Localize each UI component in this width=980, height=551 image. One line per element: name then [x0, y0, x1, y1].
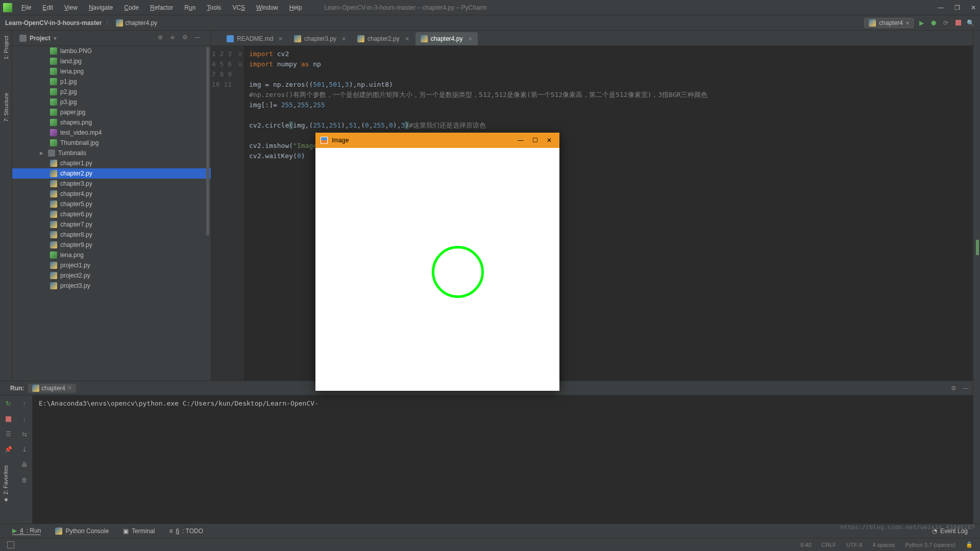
tree-item-p1.jpg[interactable]: p1.jpg — [12, 77, 211, 87]
fold-marker-icon[interactable]: ⊖ — [237, 49, 244, 59]
tree-item-paper.jpg[interactable]: paper.jpg — [12, 107, 211, 117]
tree-item-chapter6.py[interactable]: chapter6.py — [12, 209, 211, 219]
pin-button[interactable]: 📌 — [4, 445, 12, 454]
editor-tab-chapter4.py[interactable]: chapter4.py✕ — [415, 32, 478, 45]
search-everywhere-button[interactable]: 🔍 — [966, 18, 975, 28]
tree-item-chapter2.py[interactable]: chapter2.py — [12, 168, 211, 179]
layout-button[interactable]: ☰ — [4, 430, 12, 438]
menu-tools[interactable]: Tools — [205, 3, 223, 12]
breadcrumb-file[interactable]: chapter4.py — [116, 19, 157, 27]
settings-icon[interactable]: ⚙ — [182, 34, 191, 43]
menu-vcs[interactable]: VCS — [230, 3, 247, 12]
console-output[interactable]: E:\Anaconda3\envs\opencv\python.exe C:/U… — [33, 395, 980, 523]
window-restore-icon[interactable]: ❐ — [953, 4, 961, 11]
menu-help[interactable]: Help — [287, 3, 304, 12]
scroll-to-end-button[interactable]: ⤓ — [20, 445, 29, 454]
toolstrip-run[interactable]: ▶ 4: Run — [12, 527, 41, 535]
window-minimize-icon[interactable]: — — [516, 135, 526, 145]
tree-item-chapter7.py[interactable]: chapter7.py — [12, 219, 211, 230]
toolwindow-toggle-icon[interactable] — [7, 541, 14, 548]
editor-tab-chapter2.py[interactable]: chapter2.py✕ — [352, 32, 414, 45]
up-icon[interactable]: ↑ — [20, 399, 29, 408]
sidebar-tab-project[interactable]: 1: Project — [3, 36, 9, 59]
fold-marker-icon[interactable]: ⊖ — [237, 59, 244, 69]
tree-item-lena.png[interactable]: lena.png — [12, 66, 211, 77]
window-close-icon[interactable]: ✕ — [970, 4, 977, 11]
window-maximize-icon[interactable]: ☐ — [530, 135, 540, 145]
tree-item-p2.jpg[interactable]: p2.jpg — [12, 87, 211, 97]
editor-tab-README.md[interactable]: README.md✕ — [222, 32, 288, 45]
collapse-all-button[interactable]: ≑ — [170, 34, 179, 43]
tree-item-Thumbnail.jpg[interactable]: Thumbnail.jpg — [12, 138, 211, 148]
sidebar-tab-favorites[interactable]: ★ 2: Favorites — [0, 463, 11, 505]
tree-item-p3.jpg[interactable]: p3.jpg — [12, 97, 211, 107]
caret-down-icon[interactable]: ▾ — [54, 35, 57, 42]
rerun-button[interactable]: ↻ — [4, 399, 12, 408]
menu-navigate[interactable]: Navigate — [87, 3, 115, 12]
menu-refactor[interactable]: Refactor — [148, 3, 175, 12]
sidebar-tab-structure[interactable]: 7: Structure — [3, 93, 9, 122]
hide-button[interactable]: — — [962, 384, 970, 392]
toolstrip-terminal[interactable]: ▣ Terminal — [123, 528, 155, 535]
breadcrumb-file-label: chapter4.py — [125, 19, 157, 27]
tree-item-shapes.png[interactable]: shapes.png — [12, 117, 211, 128]
menu-file[interactable]: File — [19, 3, 33, 12]
coverage-button[interactable]: ⟳ — [941, 18, 950, 28]
line-ending[interactable]: CRLF — [822, 542, 837, 548]
tree-item-lena.png[interactable]: lena.png — [12, 250, 211, 260]
encoding[interactable]: UTF-8 — [846, 542, 862, 548]
indent-setting[interactable]: 4 spaces — [873, 542, 895, 548]
run-tab[interactable]: chapter4 ✕ — [28, 384, 76, 393]
menu-edit[interactable]: Edit — [40, 3, 55, 12]
lock-icon[interactable]: 🔒 — [966, 541, 973, 548]
tree-item-project2.py[interactable]: project2.py — [12, 270, 211, 281]
run-configuration-selector[interactable]: chapter4 ▾ — [864, 18, 914, 28]
tree-item-chapter1.py[interactable]: chapter1.py — [12, 158, 211, 168]
cursor-position[interactable]: 8:40 — [800, 542, 811, 548]
breadcrumb-project[interactable]: Learn-OpenCV-in-3-hours-master — [5, 19, 102, 27]
tree-item-chapter9.py[interactable]: chapter9.py — [12, 240, 211, 250]
editor-tab-chapter3.py[interactable]: chapter3.py✕ — [289, 32, 351, 45]
caret-right-icon[interactable]: ▶ — [40, 151, 45, 156]
window-minimize-icon[interactable]: — — [937, 4, 944, 11]
print-button[interactable]: 🖶 — [20, 461, 29, 469]
menu-view[interactable]: View — [62, 3, 80, 12]
toolstrip-python-console[interactable]: Python Console — [55, 528, 109, 535]
tree-item-chapter3.py[interactable]: chapter3.py — [12, 179, 211, 189]
tree-item-chapter8.py[interactable]: chapter8.py — [12, 230, 211, 240]
down-icon[interactable]: ↓ — [20, 415, 29, 423]
project-tree[interactable]: lambo.PNGland.jpglena.pngp1.jpgp2.jpgp3.… — [12, 46, 211, 381]
wrap-button[interactable]: ⇆ — [20, 430, 29, 438]
close-icon[interactable]: ✕ — [278, 36, 283, 42]
scrollbar-thumb[interactable] — [206, 47, 209, 236]
hide-button[interactable]: — — [194, 34, 204, 43]
tree-item-chapter4.py[interactable]: chapter4.py — [12, 189, 211, 199]
tree-item-Tumbnails[interactable]: ▶Tumbnails — [12, 148, 211, 158]
window-close-icon[interactable]: ✕ — [544, 135, 554, 145]
menu-run[interactable]: Run — [182, 3, 198, 12]
locate-button[interactable]: ⊕ — [158, 34, 167, 43]
python-interpreter[interactable]: Python 3.7 (opencv) — [905, 542, 955, 548]
close-icon[interactable]: ✕ — [405, 36, 409, 42]
editor-tabs: README.md✕chapter3.py✕chapter2.py✕chapte… — [211, 31, 980, 46]
toolstrip-todo[interactable]: ≡ 6: TODO — [169, 528, 203, 535]
close-icon[interactable]: ✕ — [67, 385, 72, 391]
imgwin-titlebar[interactable]: Image — ☐ ✕ — [315, 133, 559, 148]
menu-code[interactable]: Code — [122, 3, 141, 12]
tree-item-test_video.mp4[interactable]: test_video.mp4 — [12, 128, 211, 138]
trash-icon[interactable]: 🗑 — [20, 476, 29, 484]
tree-item-land.jpg[interactable]: land.jpg — [12, 56, 211, 66]
img-file-icon — [50, 139, 57, 146]
tree-item-project1.py[interactable]: project1.py — [12, 260, 211, 270]
debug-button[interactable]: ⬣ — [929, 18, 938, 28]
tree-item-project3.py[interactable]: project3.py — [12, 281, 211, 291]
close-icon[interactable]: ✕ — [341, 36, 346, 42]
run-button[interactable]: ▶ — [917, 18, 926, 28]
menu-window[interactable]: Window — [254, 3, 280, 12]
settings-icon[interactable]: ⚙ — [949, 384, 958, 392]
tree-item-lambo.PNG[interactable]: lambo.PNG — [12, 46, 211, 56]
stop-button[interactable] — [953, 18, 963, 28]
tree-item-chapter5.py[interactable]: chapter5.py — [12, 199, 211, 209]
stop-button[interactable] — [4, 415, 12, 423]
close-icon[interactable]: ✕ — [468, 36, 473, 42]
